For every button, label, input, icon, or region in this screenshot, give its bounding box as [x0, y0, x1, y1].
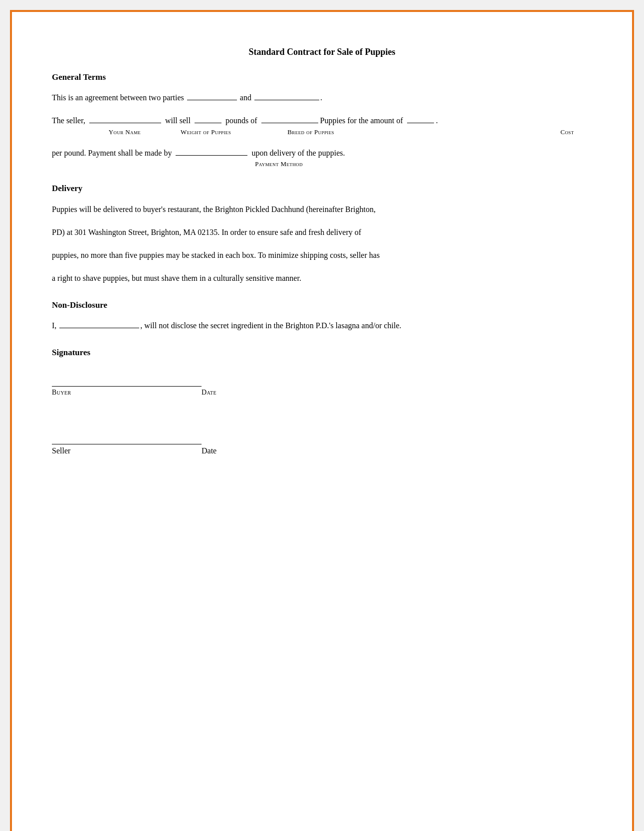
- payment-field-labels: Payment Method: [52, 159, 592, 170]
- party-line: This is an agreement between two parties…: [52, 90, 592, 105]
- delivery-para-1: Puppies will be delivered to buyer's res…: [52, 202, 592, 217]
- seller-period: .: [436, 114, 438, 127]
- seller-name-label: Your Name: [87, 127, 163, 138]
- payment-section: per pound. Payment shall be made by upon…: [52, 147, 592, 170]
- seller-sig-line-row: [52, 432, 592, 444]
- breed-blank: [261, 123, 318, 123]
- weight-blank: [195, 123, 221, 123]
- seller-label: Seller: [52, 446, 152, 455]
- general-terms-section: General Terms This is an agreement betwe…: [52, 72, 592, 170]
- non-disclosure-section: Non-Disclosure I, , will not disclose th…: [52, 300, 592, 333]
- weight-field: [195, 123, 221, 123]
- weight-label: Weight of Puppies: [181, 127, 231, 138]
- will-sell-text: will sell: [165, 114, 191, 127]
- buyer-signature-block: Buyer Date: [52, 375, 592, 397]
- cost-blank: [407, 123, 434, 123]
- payment-method-label: Payment Method: [241, 159, 316, 170]
- party-suffix: .: [320, 90, 322, 105]
- date-label: Date: [202, 389, 216, 397]
- party-blank2: [254, 100, 319, 100]
- nda-blank: [59, 328, 139, 328]
- seller-sig-line: [52, 432, 202, 444]
- breed-label: Breed of Puppies: [281, 127, 341, 138]
- party-prefix: This is an agreement between two parties: [52, 90, 184, 105]
- nda-suffix: , will not disclose the secret ingredien…: [140, 318, 401, 333]
- payment-line: per pound. Payment shall be made by upon…: [52, 147, 592, 160]
- seller-section: The seller, will sell pounds of Puppies: [52, 114, 592, 137]
- seller-signature-block: Seller Date: [52, 432, 592, 455]
- delivery-text: Puppies will be delivered to buyer's res…: [52, 202, 592, 286]
- pounds-of-text: pounds of: [225, 114, 257, 127]
- payment-method-field: [176, 155, 247, 156]
- cost-label: Cost: [552, 127, 582, 138]
- signatures-section: Signatures Buyer Date Seller Date: [52, 348, 592, 455]
- general-terms-heading: General Terms: [52, 72, 592, 82]
- non-disclosure-line: I, , will not disclose the secret ingred…: [52, 318, 592, 333]
- seller-field-labels: Your Name Weight of Puppies Breed of Pup…: [52, 127, 592, 138]
- cost-field: [407, 123, 434, 123]
- buyer-label: Buyer: [52, 389, 152, 397]
- seller-line: The seller, will sell pounds of Puppies: [52, 114, 592, 127]
- breed-field: [261, 123, 318, 123]
- seller-name-field: [89, 123, 161, 123]
- puppies-text: Puppies for the amount of: [320, 114, 403, 127]
- date-label2: Date: [202, 446, 216, 455]
- signatures-heading: Signatures: [52, 348, 592, 358]
- seller-prefix: The seller,: [52, 114, 85, 127]
- party-and: and: [240, 90, 251, 105]
- non-disclosure-heading: Non-Disclosure: [52, 300, 592, 310]
- delivery-heading: Delivery: [52, 184, 592, 194]
- buyer-sig-line-row: [52, 375, 592, 387]
- delivery-para-3: puppies, no more than five puppies may b…: [52, 247, 592, 263]
- delivery-para-2: PD) at 301 Washington Street, Brighton, …: [52, 224, 592, 240]
- payment-blank: [176, 155, 247, 156]
- payment-suffix: upon delivery of the puppies.: [251, 147, 345, 160]
- delivery-section: Delivery Puppies will be delivered to bu…: [52, 184, 592, 286]
- buyer-sig-labels: Buyer Date: [52, 389, 592, 397]
- party-blank1: [187, 100, 237, 100]
- seller-sig-labels: Seller Date: [52, 446, 592, 455]
- nda-prefix: I,: [52, 318, 56, 333]
- payment-prefix: per pound. Payment shall be made by: [52, 147, 172, 160]
- delivery-para-4: a right to shave puppies, but must shave…: [52, 270, 592, 286]
- document-title: Standard Contract for Sale of Puppies: [52, 47, 592, 57]
- page-container: Standard Contract for Sale of Puppies Ge…: [10, 10, 634, 831]
- seller-name-blank: [89, 123, 161, 123]
- buyer-sig-line: [52, 375, 202, 387]
